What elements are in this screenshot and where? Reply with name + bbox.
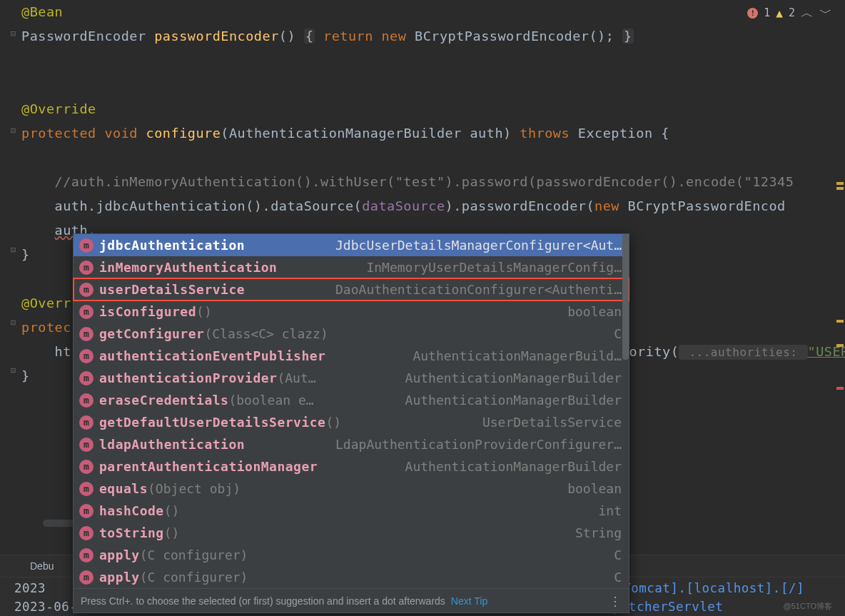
- method-icon: m: [79, 460, 93, 474]
- completion-return: AuthenticationManagerBuilder: [405, 370, 622, 385]
- completion-return: AuthenticationManagerBuild…: [413, 348, 622, 363]
- completion-return: LdapAuthenticationProviderConfigurer…: [335, 437, 622, 452]
- completion-item[interactable]: mldapAuthenticationLdapAuthenticationPro…: [74, 433, 629, 455]
- method-icon: m: [79, 438, 93, 452]
- method-icon: m: [79, 548, 93, 562]
- annotation: @Bean: [21, 4, 63, 19]
- method-icon: m: [79, 504, 93, 518]
- completion-item[interactable]: mapply(C configurer)C: [74, 566, 629, 588]
- completion-name: eraseCredentials: [99, 393, 228, 408]
- completion-sig: (): [164, 525, 180, 540]
- completion-item[interactable]: meraseCredentials(boolean e…Authenticati…: [74, 389, 629, 411]
- completion-return: C: [614, 547, 622, 562]
- fold-icon[interactable]: ⊟: [11, 318, 16, 328]
- completion-return: String: [575, 525, 622, 540]
- completion-item[interactable]: mapply(C configurer)C: [74, 544, 629, 566]
- method-icon: m: [79, 238, 93, 253]
- param-hint: ...authorities:: [679, 345, 807, 360]
- completion-return: InMemoryUserDetailsManagerConfig…: [366, 260, 622, 275]
- completion-return: UserDetailsService: [482, 415, 622, 430]
- completion-sig: (): [164, 503, 180, 518]
- completion-name: parentAuthenticationManager: [99, 459, 318, 474]
- minimap-warn-mark[interactable]: [836, 344, 844, 347]
- fold-icon[interactable]: ⊟: [11, 126, 16, 136]
- completion-sig: (Class<C> clazz): [204, 326, 328, 341]
- completion-return: boolean: [567, 304, 622, 319]
- minimap-err-mark[interactable]: [836, 387, 844, 390]
- annotation: @Override: [21, 101, 96, 116]
- method-icon: m: [79, 305, 93, 319]
- completion-name: inMemoryAuthentication: [99, 260, 277, 275]
- completion-name: apply: [99, 547, 140, 562]
- completion-item[interactable]: mauthenticationEventPublisherAuthenticat…: [74, 345, 629, 367]
- popup-footer: Press Ctrl+. to choose the selected (or …: [74, 588, 629, 612]
- minimap-warn-mark[interactable]: [836, 182, 844, 185]
- completion-item[interactable]: mgetConfigurer(Class<C> clazz)C: [74, 323, 629, 345]
- watermark: @51CTO博客: [784, 601, 832, 612]
- minimap-warn-mark[interactable]: [836, 320, 844, 323]
- completion-return: int: [598, 503, 622, 518]
- completion-name: jdbcAuthentication: [99, 238, 245, 253]
- method-icon: m: [79, 570, 93, 585]
- completion-sig: (): [196, 304, 212, 319]
- completion-name: isConfigured: [99, 304, 196, 319]
- method-icon: m: [79, 526, 93, 540]
- method-icon: m: [79, 261, 93, 275]
- completion-item[interactable]: mhashCode()int: [74, 500, 629, 522]
- completion-name: equals: [99, 481, 148, 496]
- fold-icon[interactable]: ⊟: [11, 245, 16, 255]
- completion-item[interactable]: muserDetailsServiceDaoAuthenticationConf…: [74, 278, 629, 301]
- completion-return: AuthenticationManagerBuilder: [405, 459, 622, 474]
- completion-sig: (Object obj): [148, 481, 241, 496]
- method-icon: m: [79, 393, 93, 408]
- gutter: ⊟ ⊟ ⊟ ⊟ ⊟: [0, 0, 21, 616]
- fold-icon[interactable]: ⊟: [11, 29, 16, 39]
- minimap-warn-mark[interactable]: [836, 187, 844, 190]
- completion-item[interactable]: mtoString()String: [74, 522, 629, 544]
- completion-name: ldapAuthentication: [99, 437, 245, 452]
- completion-popup[interactable]: mjdbcAuthenticationJdbcUserDetailsManage…: [73, 233, 629, 613]
- completion-sig: (Aut…: [277, 370, 315, 385]
- completion-name: toString: [99, 525, 164, 540]
- code-editor[interactable]: ! 1 ▲ 2 ︿ ﹀ ⊟ ⊟ ⊟ ⊟ ⊟ @Bean PasswordEnco…: [0, 0, 845, 616]
- completion-item[interactable]: minMemoryAuthenticationInMemoryUserDetai…: [74, 256, 629, 278]
- completion-item[interactable]: mjdbcAuthenticationJdbcUserDetailsManage…: [74, 234, 629, 256]
- method-icon: m: [79, 283, 93, 297]
- method-icon: m: [79, 349, 93, 363]
- completion-name: userDetailsService: [99, 282, 245, 297]
- completion-item[interactable]: misConfigured()boolean: [74, 301, 629, 323]
- completion-return: AuthenticationManagerBuilder: [405, 393, 622, 408]
- debug-tab[interactable]: Debu: [21, 555, 62, 577]
- completion-name: hashCode: [99, 503, 164, 518]
- method-icon: m: [79, 415, 93, 430]
- code-line[interactable]: PasswordEncoder passwordEncoder() { retu…: [21, 24, 845, 49]
- method-icon: m: [79, 482, 93, 496]
- code-line[interactable]: auth.jdbcAuthentication().dataSource(dat…: [21, 194, 845, 218]
- next-tip-link[interactable]: Next Tip: [451, 595, 487, 607]
- popup-scrollbar[interactable]: [622, 234, 629, 360]
- completion-sig: (boolean e…: [228, 393, 313, 408]
- completion-return: JdbcUserDetailsManagerConfigurer<Aut…: [335, 238, 622, 253]
- fold-icon[interactable]: ⊟: [11, 365, 16, 375]
- more-icon[interactable]: ⋯: [608, 595, 624, 607]
- completion-name: apply: [99, 570, 140, 585]
- completion-name: authenticationEventPublisher: [99, 348, 325, 363]
- completion-name: getDefaultUserDetailsService: [99, 415, 325, 430]
- completion-item[interactable]: mequals(Object obj)boolean: [74, 478, 629, 500]
- completion-sig: (C configurer): [140, 547, 248, 562]
- method-icon: m: [79, 371, 93, 385]
- code-line[interactable]: //auth.inMemoryAuthentication().withUser…: [21, 170, 845, 194]
- completion-item[interactable]: mgetDefaultUserDetailsService()UserDetai…: [74, 411, 629, 433]
- annotation: @Overr: [21, 296, 71, 310]
- completion-sig: (): [325, 415, 341, 430]
- method-icon: m: [79, 327, 93, 341]
- completion-name: getConfigurer: [99, 326, 204, 341]
- popup-hint: Press Ctrl+. to choose the selected (or …: [81, 595, 445, 607]
- completion-return: C: [614, 570, 622, 585]
- completion-item[interactable]: mparentAuthenticationManagerAuthenticati…: [74, 455, 629, 478]
- code-line[interactable]: protected void configure(AuthenticationM…: [21, 121, 845, 146]
- completion-sig: (C configurer): [140, 570, 248, 585]
- completion-return: boolean: [567, 481, 622, 496]
- completion-return: DaoAuthenticationConfigurer<Authenti…: [335, 282, 622, 297]
- completion-item[interactable]: mauthenticationProvider(Aut…Authenticati…: [74, 367, 629, 389]
